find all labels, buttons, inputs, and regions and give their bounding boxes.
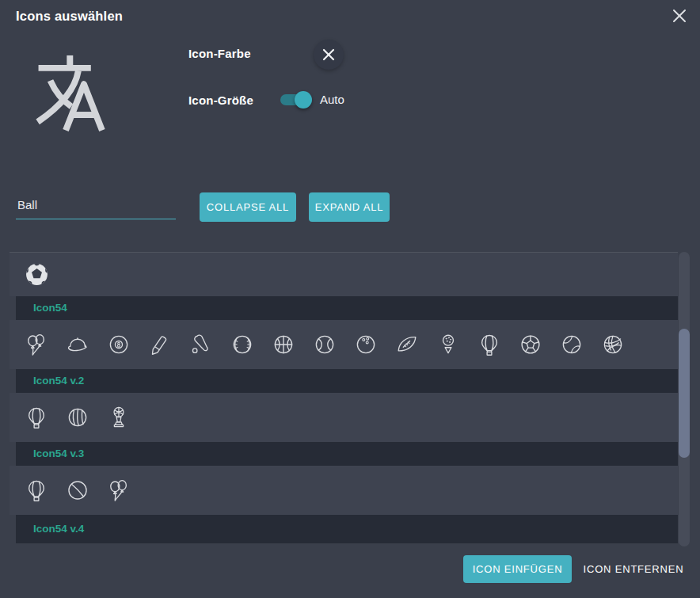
expand-all-button[interactable]: EXPAND ALL: [309, 192, 390, 222]
unsectioned-icon-row: [10, 253, 678, 296]
scrollbar-track[interactable]: [679, 252, 690, 547]
dialog-title: Icons auswählen: [16, 9, 123, 24]
icon-row: [10, 466, 678, 515]
icon-color-clear-button[interactable]: [314, 40, 344, 70]
baseball-icon[interactable]: [222, 320, 263, 369]
eight-ball-icon[interactable]: [98, 320, 139, 369]
soccer-ball-filled-icon[interactable]: [16, 253, 57, 296]
curve-ball-icon[interactable]: [551, 320, 592, 369]
icon-color-label: Icon-Farbe: [188, 47, 251, 60]
beach-ball-icon[interactable]: [57, 393, 98, 442]
tennis-ball-icon[interactable]: [304, 320, 345, 369]
party-balloons-icon[interactable]: [16, 320, 57, 369]
icon-picker-dialog: Icons auswählen Icon-Farbe Icon-Größe Au…: [0, 0, 700, 598]
clear-x-icon: [321, 47, 337, 63]
icon-size-toggle[interactable]: [280, 90, 314, 109]
remove-icon-button[interactable]: ICON ENTFERNEN: [578, 555, 689, 583]
translate-icon: [22, 49, 109, 133]
party-balloons-icon[interactable]: [98, 466, 139, 515]
section-header[interactable]: Icon54: [16, 296, 678, 320]
basketball-icon[interactable]: [263, 320, 304, 369]
baseball-cap-icon[interactable]: [57, 320, 98, 369]
icon-list: Icon54Icon54 v.2Icon54 v.3Icon54 v.4: [10, 252, 678, 547]
pen-icon[interactable]: [139, 320, 181, 369]
soccer-ball-icon[interactable]: [510, 320, 551, 369]
american-football-icon[interactable]: [386, 320, 428, 369]
collapse-all-button[interactable]: COLLAPSE ALL: [200, 192, 296, 222]
icon-size-label: Icon-Größe: [188, 93, 253, 107]
section-header[interactable]: Icon54 v.3: [16, 442, 678, 466]
insert-icon-button[interactable]: ICON EINFÜGEN: [463, 555, 572, 583]
icon-row: [10, 393, 678, 442]
ball-seam-icon[interactable]: [57, 466, 98, 515]
baseball-bat-icon[interactable]: [181, 320, 222, 369]
close-icon[interactable]: [667, 3, 692, 29]
toggle-knob[interactable]: [295, 91, 312, 109]
section-header[interactable]: Icon54 v.2: [16, 369, 678, 393]
section-header[interactable]: Icon54 v.4: [16, 515, 678, 543]
bowling-ball-icon[interactable]: [345, 320, 386, 369]
volleyball-icon[interactable]: [592, 320, 633, 369]
ball-stand-icon[interactable]: [98, 393, 139, 442]
hot-air-balloon-icon[interactable]: [469, 320, 510, 369]
search-input[interactable]: [16, 193, 176, 219]
hot-air-balloon-icon[interactable]: [16, 466, 57, 515]
golf-ball-tee-icon[interactable]: [428, 320, 469, 369]
selected-icon-preview: [22, 49, 109, 133]
icon-size-value: Auto: [320, 93, 344, 106]
scrollbar-thumb[interactable]: [679, 329, 690, 458]
hot-air-balloon-icon[interactable]: [16, 393, 57, 442]
icon-row: [10, 320, 678, 369]
